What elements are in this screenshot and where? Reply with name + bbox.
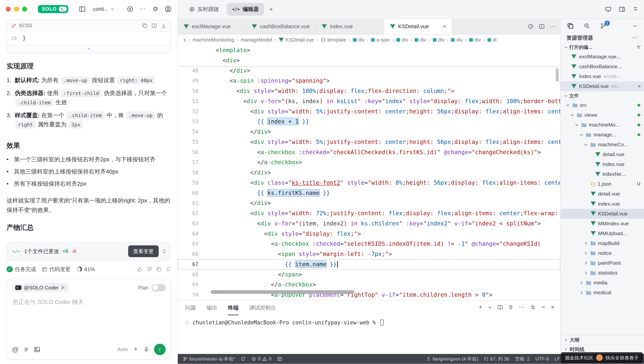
code-editor[interactable]: <template> <div> 48 </div>49 <a-spin :sp… (178, 45, 560, 300)
tree-item-mapBuild[interactable]: mapBuild (560, 238, 644, 248)
code-line-58[interactable]: 58 </div> (178, 168, 560, 178)
indent-setting[interactable]: 空格: 2 (515, 356, 530, 362)
more-actions-icon[interactable]: ··· (550, 24, 556, 29)
close-icon[interactable]: × (443, 23, 446, 30)
workspace-switcher[interactable]: conli... (93, 6, 114, 12)
code-line-67[interactable]: 67 {{ item.name }} (178, 259, 560, 269)
code-change-status[interactable]: 代码变更 (42, 266, 71, 273)
code-line-55[interactable]: 55 <div style="width: 5%;justify-content… (178, 137, 560, 147)
sync-button[interactable] (241, 356, 246, 361)
panel-settings-icon[interactable] (530, 304, 536, 310)
terminal-output[interactable]: chunletian@ChunledeMacBook-Pro conlin-un… (178, 315, 560, 326)
breadcrumb-item[interactable]: div (353, 37, 364, 43)
ports-icon[interactable] (277, 356, 282, 361)
more-options-icon[interactable]: ··· (140, 6, 146, 12)
editor-tab-KSDetail.vue[interactable]: KSDetail.vue× (384, 19, 452, 34)
settings-gear-icon[interactable]: ⚙ (153, 6, 158, 12)
panel-tab-终端[interactable]: 终端 (228, 301, 238, 315)
code-line-66[interactable]: 66 <span style="margin-left: -7px;"> (178, 249, 560, 259)
source-control-view-icon[interactable]: 1 (600, 23, 606, 29)
explorer-more-icon[interactable]: ··· (632, 35, 638, 41)
sparkle-icon[interactable] (133, 346, 138, 352)
tree-item-statistics[interactable]: statistics (560, 268, 644, 278)
download-icon[interactable] (161, 23, 166, 29)
send-button[interactable]: ↑ (154, 344, 166, 355)
code-line-54[interactable]: 54 </div> (178, 127, 560, 137)
new-terminal-icon[interactable]: + (479, 304, 482, 310)
code-line-61[interactable]: 61 </div> (178, 198, 560, 208)
split-editor-icon[interactable] (539, 24, 544, 29)
breadcrumb-item[interactable]: div (433, 37, 444, 43)
regenerate-icon[interactable] (166, 267, 171, 272)
tree-item-machineMo...[interactable]: machineMo... (560, 120, 644, 130)
collapse-panel-icon[interactable] (632, 6, 638, 12)
git-branch-indicator[interactable]: future/master-sj-本地* (183, 356, 235, 362)
code-line-52[interactable]: 52 <div style="width: 5%;justify-content… (178, 107, 560, 117)
code-card-body[interactable]: 18 } (7, 32, 170, 45)
maximize-window-button[interactable] (22, 7, 27, 12)
code-line-68[interactable]: 68 </span> (178, 269, 560, 280)
code-line[interactable]: <div> (178, 56, 560, 66)
tree-item-KSDetail.vue[interactable]: KSDetail.vue (560, 209, 644, 219)
new-tab-button[interactable]: + (269, 5, 273, 13)
split-terminal-icon[interactable] (498, 304, 503, 310)
tree-item-paintPoint[interactable]: paintPoint (560, 258, 644, 268)
code-line-53[interactable]: 53 {{ index + 1 }} (178, 117, 560, 127)
close-panel-icon[interactable]: × (551, 304, 554, 310)
layout-panel-icon[interactable] (619, 6, 625, 12)
code-line-50[interactable]: 50 <div style="width: 100%;display: flex… (178, 86, 560, 96)
panel-tab-调试控制台[interactable]: 调试控制台 (249, 301, 276, 315)
code-line-64[interactable]: 64 <div style="display: flex;"> (178, 229, 560, 239)
attach-image-icon[interactable] (34, 346, 40, 353)
breadcrumb-item[interactable]: manageModel (241, 37, 272, 43)
outline-section[interactable]: 大纲 (560, 335, 644, 344)
mention-icon[interactable]: @ (12, 346, 19, 353)
window-controls[interactable] (6, 7, 27, 12)
editor-tab-exclManage.vue[interactable]: exclManage.vue (178, 19, 246, 34)
breadcrumb-item[interactable]: {}template (321, 37, 346, 43)
tree-item-machineCo...[interactable]: machineCo... (560, 140, 644, 150)
mic-icon[interactable] (144, 346, 149, 352)
tree-item-MMUpload...[interactable]: MMUpload... (560, 229, 644, 238)
explorer-view-icon[interactable] (567, 23, 574, 29)
close-window-button[interactable] (6, 7, 11, 12)
copy-response-icon[interactable] (156, 267, 162, 272)
sidebar-toggle-icon[interactable] (79, 6, 86, 12)
cursor-position[interactable]: 行 67, 列 36 (484, 356, 509, 362)
tree-item-media[interactable]: media (560, 278, 644, 288)
breadcrumb-item[interactable]: div (469, 37, 481, 43)
expand-collapse-icon[interactable] (162, 249, 166, 254)
code-line-57[interactable]: 57 </a-checkbox> (178, 157, 560, 168)
thumbs-down-icon[interactable] (147, 267, 152, 272)
horizontal-scrollbar[interactable] (210, 290, 354, 294)
agent-selector[interactable]: >_ @SOLO Coder (12, 283, 69, 292)
tree-item-src[interactable]: src (560, 100, 644, 110)
panel-more-icon[interactable]: ··· (519, 304, 525, 310)
tree-item-detail.vue[interactable]: detail.vue (560, 150, 644, 159)
eol-setting[interactable]: LF (554, 356, 560, 361)
editor-tab-cashBoxBalance.vue[interactable]: cashBoxBalance.vue (246, 19, 316, 34)
maximize-panel-icon[interactable] (541, 305, 546, 309)
blame-author[interactable]: liangmingsen (4 年前) (426, 356, 478, 362)
open-editor-item[interactable]: KSDetail.vuesrc...× (560, 81, 644, 91)
panel-tab-输出[interactable]: 输出 (206, 301, 217, 315)
open-editors-header[interactable]: 打开的编... (560, 43, 644, 52)
search-view-icon[interactable] (584, 23, 590, 29)
tree-item-manage...[interactable]: manage... (560, 130, 644, 140)
tree-item-index.vue[interactable]: index.vue (560, 199, 644, 209)
history-icon[interactable] (528, 24, 534, 29)
kill-terminal-icon[interactable] (508, 304, 514, 310)
monitor-icon[interactable] (605, 6, 612, 12)
tree-item-MMIndex.vue[interactable]: MMIndex.vue (560, 219, 644, 229)
tree-item-detail.vue[interactable]: detail.vue (560, 189, 644, 199)
view-changes-button[interactable]: 查看变更 (128, 245, 158, 257)
code-line-56[interactable]: 56 <a-checkbox :checked="checkAllChecked… (178, 147, 560, 157)
encoding-setting[interactable]: UTF-8 (535, 356, 549, 361)
tree-item-1.json[interactable]: {}1.jsonU (560, 179, 644, 189)
insert-icon[interactable] (152, 23, 157, 29)
solo-mode-badge[interactable]: SOLO >_ (38, 5, 68, 13)
tab-live-follow[interactable]: 实时跟随 (184, 3, 224, 16)
model-mode-label[interactable]: Auto (117, 346, 128, 352)
open-editor-item[interactable]: index.vuesrc/vie... (560, 72, 644, 81)
tree-item-medical[interactable]: medical (560, 288, 644, 297)
